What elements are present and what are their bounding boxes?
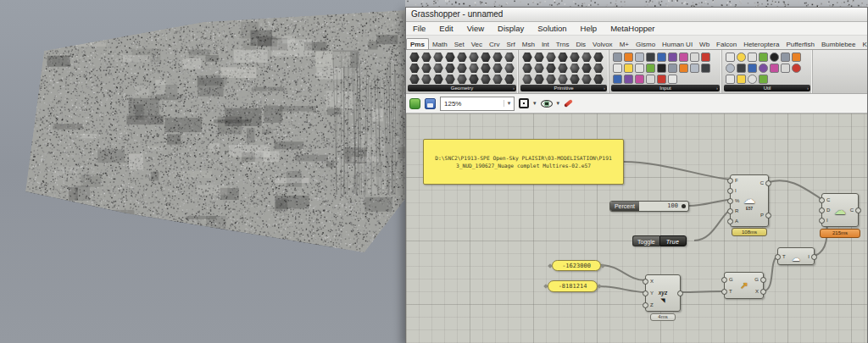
toolbar-icon[interactable] bbox=[737, 53, 746, 62]
toggle-value[interactable]: True bbox=[659, 235, 687, 246]
panel-expand-icon[interactable]: › bbox=[513, 85, 515, 91]
toolbar-icon[interactable] bbox=[570, 75, 580, 85]
toolbar-icon[interactable] bbox=[635, 75, 644, 84]
preview-eye-icon[interactable] bbox=[541, 100, 553, 108]
toolbar-icon[interactable] bbox=[492, 64, 503, 74]
panel-expand-icon[interactable]: › bbox=[807, 85, 809, 91]
toolbar-icon[interactable] bbox=[679, 64, 688, 73]
toolbar-icon[interactable] bbox=[593, 64, 604, 74]
input-port[interactable] bbox=[643, 290, 648, 296]
toolbar-icon[interactable] bbox=[646, 75, 655, 84]
toolbar-icon[interactable] bbox=[792, 64, 801, 73]
tab-vec[interactable]: Vec bbox=[468, 39, 486, 49]
number-panel-y[interactable]: -8181214 bbox=[548, 280, 598, 292]
toolbar-icon[interactable] bbox=[522, 64, 532, 74]
toolbar-icon[interactable] bbox=[570, 64, 580, 74]
panel-expand-icon[interactable]: › bbox=[716, 85, 718, 91]
output-port[interactable] bbox=[811, 254, 817, 260]
toolbar-icon[interactable] bbox=[759, 75, 768, 84]
preview-chevron-icon[interactable]: ▾ bbox=[557, 100, 560, 107]
toolbar-icon[interactable] bbox=[469, 64, 479, 74]
input-port[interactable] bbox=[727, 208, 733, 214]
toolbar-icon[interactable] bbox=[770, 53, 779, 62]
toolbar-icon[interactable] bbox=[522, 53, 532, 63]
output-port[interactable] bbox=[855, 207, 861, 213]
tab-wb[interactable]: Wb bbox=[696, 39, 713, 49]
menu-item-edit[interactable]: Edit bbox=[432, 22, 459, 35]
toolbar-icon[interactable] bbox=[748, 53, 757, 62]
input-port[interactable] bbox=[819, 207, 825, 213]
toolbar-icon[interactable] bbox=[613, 75, 622, 84]
toolbar-icon[interactable] bbox=[534, 64, 544, 74]
toolbar-icon[interactable] bbox=[748, 64, 757, 73]
zoom-extents-icon[interactable] bbox=[519, 98, 529, 108]
toolbar-icon[interactable] bbox=[781, 64, 790, 73]
toolbar-icon[interactable] bbox=[668, 64, 677, 73]
tab-srf[interactable]: Srf bbox=[504, 39, 519, 49]
toolbar-icon[interactable] bbox=[457, 64, 467, 74]
toolbar-icon[interactable] bbox=[679, 53, 688, 62]
output-port[interactable] bbox=[760, 277, 766, 283]
input-port[interactable] bbox=[643, 302, 648, 308]
construct-point-component[interactable]: X Y Z xyz ◥ bbox=[645, 274, 681, 312]
panel-expand-icon[interactable]: › bbox=[604, 85, 605, 91]
input-port[interactable] bbox=[727, 198, 733, 204]
toolbar-icon[interactable] bbox=[421, 64, 431, 74]
toolbar-icon[interactable] bbox=[726, 53, 735, 62]
menu-item-display[interactable]: Display bbox=[491, 22, 531, 35]
toolbar-icon[interactable] bbox=[546, 53, 556, 63]
new-document-icon[interactable] bbox=[409, 98, 420, 109]
toolbar-icon[interactable] bbox=[646, 64, 655, 73]
input-port[interactable] bbox=[727, 188, 733, 194]
toolbar-icon[interactable] bbox=[770, 64, 779, 73]
file-path-panel[interactable]: D:\SNC2\P1913-SPE Open-Sky PLAISIR\03-MO… bbox=[423, 139, 624, 185]
toolbar-panel-label-geometry[interactable]: Geometry› bbox=[408, 85, 516, 91]
toolbar-icon[interactable] bbox=[701, 64, 710, 73]
slider-track[interactable]: 100 bbox=[639, 202, 688, 211]
tab-trns[interactable]: Trns bbox=[553, 39, 573, 49]
tab-crv[interactable]: Crv bbox=[486, 39, 503, 49]
toolbar-icon[interactable] bbox=[613, 53, 622, 62]
zoom-dropdown[interactable]: 125% ▾ bbox=[440, 97, 515, 111]
toolbar-icon[interactable] bbox=[558, 64, 568, 74]
toolbar-icon[interactable] bbox=[504, 64, 515, 74]
percent-slider[interactable]: Percent 100 bbox=[609, 201, 689, 212]
toolbar-icon[interactable] bbox=[726, 64, 735, 73]
tab-bumblebee[interactable]: Bumblebee bbox=[818, 39, 859, 49]
output-port[interactable] bbox=[765, 213, 771, 219]
input-port[interactable] bbox=[775, 254, 781, 260]
toolbar-icon[interactable] bbox=[469, 53, 479, 63]
toolbar-icon[interactable] bbox=[759, 53, 768, 62]
toolbar-icon[interactable] bbox=[492, 75, 503, 85]
menu-item-metahopper[interactable]: MetaHopper bbox=[604, 22, 661, 35]
input-port[interactable] bbox=[819, 218, 825, 224]
toolbar-icon[interactable] bbox=[433, 53, 443, 63]
slider-knob-icon[interactable] bbox=[682, 204, 686, 208]
output-port[interactable] bbox=[765, 180, 771, 186]
zoom-extents-chevron-icon[interactable]: ▾ bbox=[533, 100, 537, 107]
toolbar-icon[interactable] bbox=[421, 53, 431, 63]
toolbar-icon[interactable] bbox=[481, 53, 491, 63]
tab-falcon[interactable]: Falcon bbox=[713, 39, 740, 49]
toolbar-icon[interactable] bbox=[748, 75, 757, 84]
output-port[interactable] bbox=[760, 289, 766, 295]
tab-gismo[interactable]: Gismo bbox=[632, 39, 659, 49]
menu-item-solution[interactable]: Solution bbox=[531, 22, 573, 35]
toolbar-icon[interactable] bbox=[613, 64, 622, 73]
sketch-pen-icon[interactable] bbox=[564, 99, 573, 108]
toolbar-icon[interactable] bbox=[657, 75, 666, 84]
toolbar-icon[interactable] bbox=[624, 64, 633, 73]
toolbar-icon[interactable] bbox=[737, 64, 746, 73]
input-port[interactable] bbox=[727, 178, 733, 184]
toolbar-icon[interactable] bbox=[646, 53, 655, 62]
boolean-toggle[interactable]: Toggle True bbox=[632, 235, 687, 246]
toolbar-icon[interactable] bbox=[593, 53, 604, 63]
tab-m-[interactable]: M+ bbox=[616, 39, 632, 49]
toolbar-icon[interactable] bbox=[581, 64, 592, 74]
toolbar-icon[interactable] bbox=[457, 53, 467, 63]
toolbar-icon[interactable] bbox=[492, 53, 503, 63]
toolbar-icon[interactable] bbox=[504, 75, 515, 85]
toolbar-icon[interactable] bbox=[469, 75, 479, 85]
toolbar-icon[interactable] bbox=[522, 75, 532, 85]
tab-pms[interactable]: Pms bbox=[406, 38, 429, 49]
